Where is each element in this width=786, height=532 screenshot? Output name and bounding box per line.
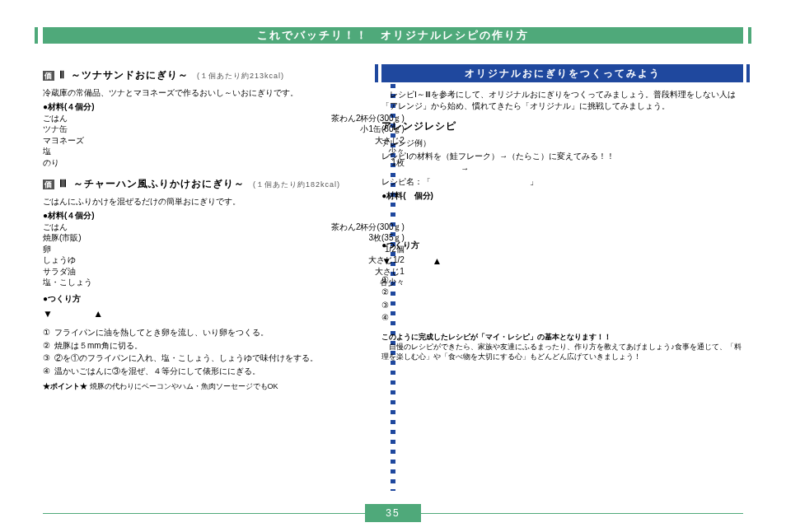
arrange-example: レシピⅠの材料を（鮭フレーク）→（たらこ）に変えてみる！！ bbox=[381, 151, 743, 162]
flow-arrows-icon: ▼ ▲ bbox=[381, 254, 743, 268]
arrange-example-label: アレンジ例） bbox=[381, 138, 743, 149]
price-tag-icon: 価 bbox=[43, 180, 54, 189]
recipe2-name: ～ツナサンドおにぎり～ bbox=[71, 69, 189, 81]
arrange-title: アレンジレシピ bbox=[381, 119, 743, 133]
triangle-up-icon: ▲ bbox=[93, 307, 103, 320]
recipe2-calories: (１個あたり約213kcal) bbox=[197, 72, 284, 80]
recipe2-ingredients: ごはん茶わん2杯分(300ｇ) ツナ缶小1缶(80ｇ) マヨネーズ大さじ2 塩少… bbox=[43, 113, 405, 169]
page-header-title: これでバッチリ！！ オリジナルレシピの作り方 bbox=[257, 28, 529, 43]
flow-arrows-icon: ▼ ▲ bbox=[43, 307, 405, 320]
section-bar-title: オリジナルおにぎりをつくってみよう bbox=[465, 67, 661, 80]
recipe3-steps-title: ●つくり方 bbox=[43, 293, 405, 305]
recipe3-ingredients: ごはん茶わん2杯分(300ｇ) 焼豚(市販)3枚(35ｇ) 卵1/2個 しょうゆ… bbox=[43, 222, 405, 288]
recipe2-title: 価 Ⅱ ～ツナサンドおにぎり～ (１個あたり約213kcal) bbox=[43, 68, 405, 82]
section-intro: レシピⅠ～Ⅲを参考にして、オリジナルおにぎりをつくってみましょう。普段料理をしな… bbox=[381, 89, 743, 111]
blank-steps-title: ●つくり方 bbox=[381, 240, 743, 251]
point-label: ★ポイント★ bbox=[43, 382, 87, 390]
recipe3-point: ★ポイント★ 焼豚の代わりにベーコンやハム・魚肉ソーセージでもOK bbox=[43, 381, 405, 391]
page-number: 35 bbox=[386, 506, 400, 520]
closing-box-title: このように完成したレシピが「マイ・レシピ」の基本となります！！ bbox=[381, 333, 611, 341]
price-tag-icon: 価 bbox=[43, 71, 54, 81]
recipe3-calories: (１個あたり約182kcal) bbox=[253, 180, 340, 189]
recipe3-name: ～チャーハン風ふりかけおにぎり～ bbox=[73, 178, 245, 189]
triangle-down-icon: ▼ bbox=[381, 254, 391, 268]
recipe3-title: 価 Ⅲ ～チャーハン風ふりかけおにぎり～ (１個あたり約182kcal) bbox=[43, 176, 405, 191]
recipe2-ingredients-title: ●材料(４個分) bbox=[43, 101, 405, 113]
page-header: これでバッチリ！！ オリジナルレシピの作り方 bbox=[43, 27, 743, 44]
recipe2-lead: 冷蔵庫の常備品、ツナとマヨネーズで作るおいし～いおにぎりです。 bbox=[43, 87, 405, 99]
section-bar: オリジナルおにぎりをつくってみよう bbox=[381, 64, 743, 82]
blank-ingredients-title: ●材料( 個分) bbox=[381, 190, 743, 202]
recipe2-number: Ⅱ bbox=[59, 68, 65, 81]
recipe-name-blank: レシピ名：「 」 bbox=[381, 176, 743, 188]
triangle-up-icon: ▲ bbox=[432, 254, 442, 268]
left-column: 価 Ⅱ ～ツナサンドおにぎり～ (１個あたり約213kcal) 冷蔵庫の常備品、… bbox=[43, 64, 405, 491]
closing-box-body: 自慢のレシピができたら、家族や友達にふるまったり、作り方を教えてあげましょう♪食… bbox=[381, 343, 742, 361]
blank-steps: ① ② ③ ④ bbox=[381, 274, 743, 324]
blank-ingredient-rows bbox=[381, 202, 743, 236]
closing-box: このように完成したレシピが「マイ・レシピ」の基本となります！！ 自慢のレシピがで… bbox=[381, 332, 743, 362]
recipe3-ingredients-title: ●材料(４個分) bbox=[43, 210, 405, 222]
recipe3-number: Ⅲ bbox=[59, 177, 68, 189]
page-number-badge: 35 bbox=[365, 504, 421, 522]
point-text: 焼豚の代わりにベーコンやハム・魚肉ソーセージでもOK bbox=[90, 382, 278, 390]
recipe3-steps: ①フライパンに油を熱してとき卵を流し、いり卵をつくる。 ②焼豚は５mm角に切る。… bbox=[43, 327, 405, 376]
arrow-right-icon: → bbox=[381, 163, 743, 175]
triangle-down-icon: ▼ bbox=[43, 307, 53, 320]
recipe3-lead: ごはんにふりかけを混ぜるだけの簡単おにぎりです。 bbox=[43, 196, 405, 208]
right-column: オリジナルおにぎりをつくってみよう レシピⅠ～Ⅲを参考にして、オリジナルおにぎり… bbox=[381, 64, 743, 491]
